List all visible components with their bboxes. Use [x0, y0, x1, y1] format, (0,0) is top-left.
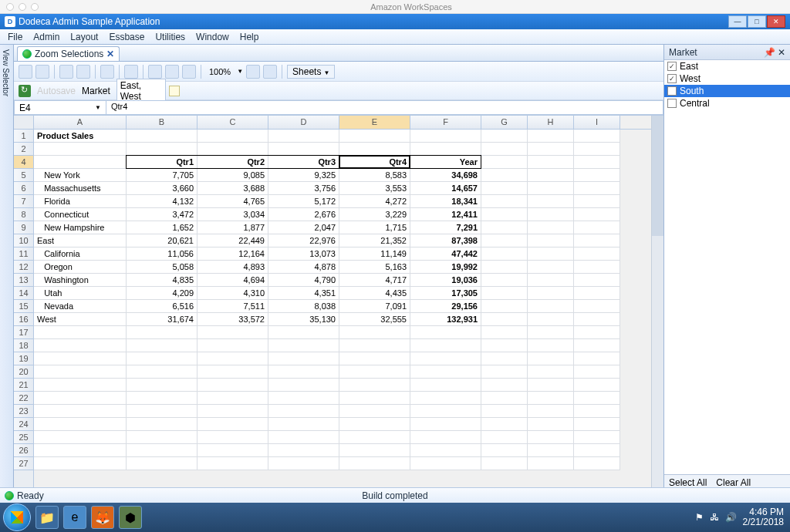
- taskbar-firefox-icon[interactable]: 🦊: [91, 506, 114, 529]
- cell[interactable]: [574, 261, 620, 274]
- print-icon[interactable]: [59, 65, 73, 79]
- select-all-link[interactable]: Select All: [669, 477, 707, 488]
- menu-help[interactable]: Help: [235, 30, 264, 44]
- column-header-I[interactable]: I: [574, 116, 620, 129]
- start-button[interactable]: [3, 503, 31, 531]
- cell[interactable]: Qtr1: [127, 156, 198, 169]
- cell[interactable]: [528, 261, 574, 274]
- cell[interactable]: [481, 326, 528, 339]
- cell[interactable]: [574, 379, 620, 392]
- column-header-E[interactable]: E: [339, 116, 410, 129]
- cell[interactable]: [481, 444, 528, 457]
- cell[interactable]: [528, 313, 574, 326]
- cell[interactable]: [127, 444, 198, 457]
- cell[interactable]: 18,341: [410, 195, 481, 208]
- cell[interactable]: [339, 130, 410, 143]
- cell[interactable]: [198, 130, 268, 143]
- cell[interactable]: 7,091: [339, 300, 410, 313]
- row-header-16[interactable]: 16: [14, 313, 33, 326]
- zoom-dropdown-icon[interactable]: ▼: [237, 68, 243, 75]
- cell[interactable]: [268, 392, 339, 405]
- cell[interactable]: 4,209: [127, 287, 198, 300]
- row-header-22[interactable]: 22: [14, 392, 33, 405]
- cell[interactable]: [481, 247, 528, 261]
- cell[interactable]: 3,553: [339, 182, 410, 195]
- cell[interactable]: [574, 195, 620, 208]
- cell[interactable]: [198, 326, 268, 339]
- cell[interactable]: [198, 352, 268, 365]
- save-icon[interactable]: [35, 65, 49, 79]
- cell[interactable]: Oregon: [34, 261, 127, 274]
- cell[interactable]: [574, 405, 620, 418]
- cell[interactable]: 8,038: [268, 300, 339, 313]
- cell[interactable]: [339, 444, 410, 457]
- cell[interactable]: 9,325: [268, 169, 339, 182]
- market-selector-value[interactable]: East, West: [116, 79, 166, 103]
- cell[interactable]: [528, 143, 574, 156]
- name-box[interactable]: E4▼: [14, 100, 106, 115]
- cell[interactable]: Utah: [34, 287, 127, 300]
- cell[interactable]: [127, 392, 198, 405]
- cell[interactable]: 17,305: [410, 287, 481, 300]
- cell[interactable]: [268, 326, 339, 339]
- cell[interactable]: [198, 457, 268, 470]
- checkbox-icon[interactable]: ✓: [667, 62, 677, 71]
- checkbox-icon[interactable]: [667, 99, 677, 108]
- cell[interactable]: [198, 418, 268, 431]
- cell[interactable]: 4,435: [339, 287, 410, 300]
- cell[interactable]: [268, 352, 339, 365]
- cell[interactable]: [410, 379, 481, 392]
- cell[interactable]: [528, 300, 574, 313]
- cell[interactable]: [528, 195, 574, 208]
- cell[interactable]: [574, 392, 620, 405]
- cell[interactable]: [574, 352, 620, 365]
- cell[interactable]: [481, 287, 528, 300]
- cell[interactable]: [410, 405, 481, 418]
- cell[interactable]: [339, 339, 410, 352]
- cell[interactable]: [481, 392, 528, 405]
- cell[interactable]: 4,835: [127, 274, 198, 287]
- cell[interactable]: 132,931: [410, 313, 481, 326]
- document-tab-zoom-selections[interactable]: Zoom Selections ✕: [17, 46, 120, 61]
- cell[interactable]: 7,705: [127, 169, 198, 182]
- mac-minimize-icon[interactable]: [19, 3, 26, 11]
- cell[interactable]: [198, 444, 268, 457]
- cell[interactable]: [198, 379, 268, 392]
- column-header-F[interactable]: F: [410, 116, 481, 129]
- cell[interactable]: [574, 182, 620, 195]
- row-header-7[interactable]: 7: [14, 195, 33, 208]
- cell[interactable]: New York: [34, 169, 127, 182]
- cell[interactable]: 4,717: [339, 274, 410, 287]
- cell[interactable]: [481, 208, 528, 221]
- checkbox-icon[interactable]: [667, 86, 677, 96]
- cell[interactable]: [528, 457, 574, 470]
- market-item-central[interactable]: Central: [664, 97, 790, 109]
- cell[interactable]: [339, 418, 410, 431]
- cell[interactable]: [34, 392, 127, 405]
- menu-admin[interactable]: Admin: [29, 30, 64, 44]
- column-header-G[interactable]: G: [481, 116, 528, 129]
- cell[interactable]: [574, 457, 620, 470]
- cell[interactable]: [127, 130, 198, 143]
- row-header-12[interactable]: 12: [14, 261, 33, 274]
- cell[interactable]: 5,163: [339, 261, 410, 274]
- cell[interactable]: [528, 156, 574, 169]
- cell[interactable]: [127, 352, 198, 365]
- cell[interactable]: [528, 365, 574, 379]
- cell[interactable]: [268, 365, 339, 379]
- tab-close-icon[interactable]: ✕: [106, 49, 114, 59]
- cell[interactable]: [410, 365, 481, 379]
- cell[interactable]: 13,073: [268, 247, 339, 261]
- cell[interactable]: 3,756: [268, 182, 339, 195]
- cell[interactable]: 7,511: [198, 300, 268, 313]
- cell[interactable]: Massachusetts: [34, 182, 127, 195]
- zoom-in-icon[interactable]: [246, 65, 260, 79]
- menu-essbase[interactable]: Essbase: [104, 30, 149, 44]
- cell[interactable]: [574, 143, 620, 156]
- row-header-13[interactable]: 13: [14, 274, 33, 287]
- cell[interactable]: [481, 156, 528, 169]
- market-item-east[interactable]: ✓East: [664, 60, 790, 72]
- cell[interactable]: 12,411: [410, 208, 481, 221]
- cell[interactable]: [574, 418, 620, 431]
- copy-icon[interactable]: [165, 65, 179, 79]
